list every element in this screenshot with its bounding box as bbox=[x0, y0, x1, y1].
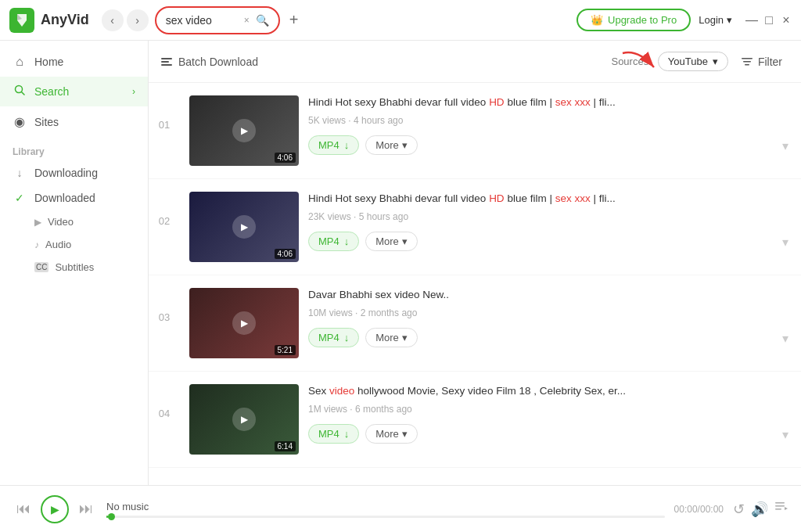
thumb-time: 6:14 bbox=[275, 441, 296, 451]
result-info: Hindi Hot sexy Bhabhi devar full video H… bbox=[308, 192, 788, 251]
download-arrow-icon: ↓ bbox=[344, 428, 350, 440]
sidebar-downloaded-label: Downloaded bbox=[34, 192, 95, 204]
downloaded-icon: ✓ bbox=[13, 192, 27, 204]
result-actions: MP4 ↓ More ▾ ▾ bbox=[308, 328, 788, 347]
sidebar-item-audio[interactable]: ♪ Audio bbox=[0, 233, 148, 256]
title-bar: AnyVid ‹ › sex video × 🔍 + 👑 Upgrade to … bbox=[0, 0, 801, 41]
nav-buttons: ‹ › bbox=[102, 9, 149, 31]
home-icon: ⌂ bbox=[13, 55, 27, 69]
result-number: 02 bbox=[149, 192, 180, 227]
player-next-button[interactable]: ⏭ bbox=[75, 498, 97, 520]
filter-icon bbox=[741, 56, 753, 68]
title-bar-right: 👑 Upgrade to Pro Login ▾ — □ × bbox=[577, 9, 792, 31]
sidebar-audio-label: Audio bbox=[45, 239, 71, 250]
player-repeat-button[interactable]: ↺ bbox=[733, 501, 745, 518]
title-highlight: HD bbox=[489, 96, 505, 108]
content-area: Batch Download Sources: YouTube ▾ bbox=[149, 41, 801, 485]
result-item: 01 ▶ 4:06 Hindi Hot sexy Bhabhi devar fu… bbox=[149, 83, 801, 179]
more-button[interactable]: More ▾ bbox=[365, 424, 418, 444]
tab-close-button[interactable]: × bbox=[244, 15, 250, 26]
bookmark-icon[interactable]: ▾ bbox=[782, 329, 788, 346]
more-chevron-icon: ▾ bbox=[402, 332, 408, 343]
more-button[interactable]: More ▾ bbox=[365, 135, 418, 155]
result-thumbnail[interactable]: ▶ 6:14 bbox=[189, 384, 299, 455]
thumb-time: 5:21 bbox=[275, 345, 296, 355]
sidebar-video-label: Video bbox=[48, 216, 74, 228]
mp4-download-button[interactable]: MP4 ↓ bbox=[308, 135, 359, 155]
result-thumbnail[interactable]: ▶ 4:06 bbox=[189, 95, 299, 166]
upgrade-button[interactable]: 👑 Upgrade to Pro bbox=[577, 9, 691, 31]
play-overlay: ▶ bbox=[232, 408, 256, 431]
sidebar-item-search[interactable]: Search › bbox=[0, 77, 148, 106]
minimize-button[interactable]: — bbox=[746, 15, 757, 26]
search-tab-query: sex video bbox=[166, 14, 238, 27]
sources-area: Sources: YouTube ▾ bbox=[611, 52, 788, 71]
title-highlight: sex xxx bbox=[555, 192, 591, 204]
sidebar-item-subtitles[interactable]: CC Subtitles bbox=[0, 256, 148, 279]
sidebar-item-downloading[interactable]: ↓ Downloading bbox=[0, 160, 148, 185]
result-info: Davar Bhabhi sex video New.. 10M views ·… bbox=[308, 288, 788, 347]
title-highlight: video bbox=[329, 385, 354, 397]
crown-icon: 👑 bbox=[591, 14, 603, 26]
bookmark-icon[interactable]: ▾ bbox=[782, 426, 788, 442]
result-actions: MP4 ↓ More ▾ ▾ bbox=[308, 424, 788, 444]
sources-youtube-button[interactable]: YouTube ▾ bbox=[658, 52, 728, 71]
svg-rect-8 bbox=[775, 502, 785, 504]
filter-button[interactable]: Filter bbox=[735, 52, 788, 71]
svg-rect-6 bbox=[743, 61, 751, 63]
mp4-label: MP4 bbox=[318, 235, 339, 247]
main-layout: ⌂ Home Search › ◉ Sites Library ↓ Downlo… bbox=[0, 41, 801, 485]
sources-arrow-container: YouTube ▾ bbox=[658, 52, 728, 71]
tab-search-icon: 🔍 bbox=[256, 14, 269, 27]
mp4-label: MP4 bbox=[318, 332, 339, 343]
sidebar-item-home[interactable]: ⌂ Home bbox=[0, 47, 148, 77]
bookmark-icon[interactable]: ▾ bbox=[782, 137, 788, 153]
sidebar-item-sites[interactable]: ◉ Sites bbox=[0, 106, 148, 137]
player-track-name: No music bbox=[106, 501, 665, 512]
mp4-download-button[interactable]: MP4 ↓ bbox=[308, 328, 359, 347]
result-thumbnail[interactable]: ▶ 4:06 bbox=[189, 192, 299, 262]
player-play-button[interactable]: ▶ bbox=[41, 495, 69, 523]
sidebar-item-downloaded[interactable]: ✓ Downloaded bbox=[0, 185, 148, 210]
search-tab[interactable]: sex video × 🔍 bbox=[155, 6, 280, 34]
login-button[interactable]: Login ▾ bbox=[699, 14, 732, 26]
download-arrow-icon: ↓ bbox=[344, 235, 350, 247]
more-chevron-icon: ▾ bbox=[402, 235, 408, 247]
forward-button[interactable]: › bbox=[127, 9, 149, 31]
close-window-button[interactable]: × bbox=[781, 15, 792, 26]
player-prev-button[interactable]: ⏮ bbox=[13, 498, 34, 520]
content-header: Batch Download Sources: YouTube ▾ bbox=[149, 41, 801, 83]
player-volume-button[interactable]: 🔊 bbox=[751, 501, 768, 518]
mp4-download-button[interactable]: MP4 ↓ bbox=[308, 232, 359, 251]
svg-marker-11 bbox=[785, 507, 788, 510]
more-label: More bbox=[375, 139, 399, 151]
audio-icon: ♪ bbox=[34, 239, 39, 250]
back-button[interactable]: ‹ bbox=[102, 9, 124, 31]
batch-download-label: Batch Download bbox=[178, 56, 258, 68]
search-sidebar-icon bbox=[13, 84, 27, 99]
app-title: AnyVid bbox=[41, 12, 89, 28]
result-thumbnail[interactable]: ▶ 5:21 bbox=[189, 288, 299, 358]
player-progress-bar[interactable] bbox=[106, 516, 665, 518]
player-progress-dot bbox=[108, 513, 115, 520]
add-tab-button[interactable]: + bbox=[283, 9, 305, 31]
window-controls: — □ × bbox=[746, 15, 792, 26]
svg-rect-10 bbox=[775, 509, 781, 510]
sidebar-subtitles-label: Subtitles bbox=[55, 261, 94, 273]
more-button[interactable]: More ▾ bbox=[365, 328, 418, 347]
more-button[interactable]: More ▾ bbox=[365, 232, 418, 251]
sources-label: Sources: bbox=[611, 56, 651, 67]
bookmark-icon[interactable]: ▾ bbox=[782, 233, 788, 250]
maximize-button[interactable]: □ bbox=[763, 15, 774, 26]
result-item: 03 ▶ 5:21 Davar Bhabhi sex video New.. 1… bbox=[149, 275, 801, 372]
result-actions: MP4 ↓ More ▾ ▾ bbox=[308, 135, 788, 155]
svg-rect-7 bbox=[745, 64, 749, 66]
batch-download-button[interactable]: Batch Download bbox=[161, 56, 258, 68]
player-playlist-button[interactable] bbox=[774, 500, 788, 518]
download-arrow-icon: ↓ bbox=[344, 332, 350, 343]
login-dropdown-icon: ▾ bbox=[727, 14, 732, 26]
mp4-download-button[interactable]: MP4 ↓ bbox=[308, 424, 359, 444]
batch-icon bbox=[161, 58, 172, 66]
play-overlay: ▶ bbox=[232, 215, 256, 239]
sidebar-item-video[interactable]: ▶ Video bbox=[0, 210, 148, 233]
